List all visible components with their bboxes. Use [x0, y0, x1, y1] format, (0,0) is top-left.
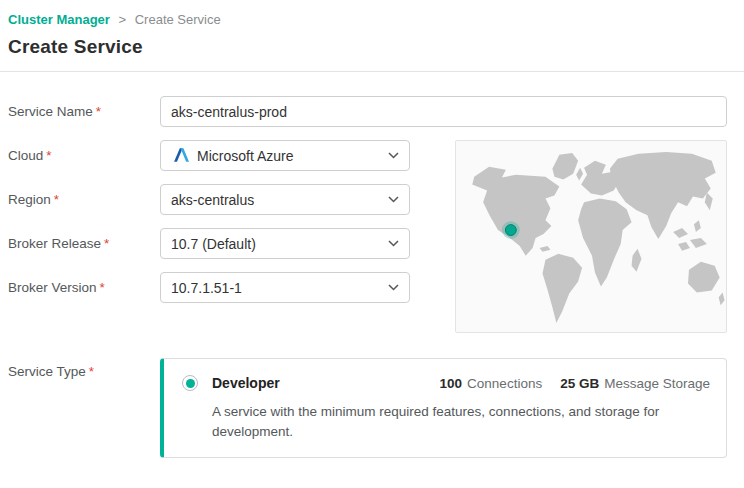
- broker-release-select-value: 10.7 (Default): [171, 236, 256, 252]
- service-name-label: Service Name*: [8, 104, 160, 119]
- broker-release-label-text: Broker Release: [8, 236, 101, 251]
- page-title: Create Service: [8, 36, 727, 58]
- required-asterisk: *: [96, 104, 101, 119]
- region-select[interactable]: aks-centralus: [160, 184, 410, 215]
- developer-radio-selected[interactable]: [182, 375, 198, 391]
- required-asterisk: *: [100, 280, 105, 295]
- broker-version-label-text: Broker Version: [8, 280, 97, 295]
- breadcrumb-create-service: Create Service: [135, 12, 221, 27]
- storage-label: Message Storage: [604, 376, 710, 391]
- cloud-select[interactable]: Microsoft Azure: [160, 140, 410, 171]
- required-asterisk: *: [89, 364, 94, 379]
- chevron-down-icon: [388, 196, 399, 203]
- service-type-label-text: Service Type: [8, 364, 86, 379]
- service-type-card-header: Developer 100Connections 25 GBMessage St…: [182, 375, 710, 391]
- storage-metric: 25 GBMessage Storage: [560, 376, 710, 391]
- required-asterisk: *: [46, 148, 51, 163]
- region-label: Region*: [8, 192, 160, 207]
- world-map: [456, 141, 726, 332]
- region-marker-icon: [502, 221, 520, 239]
- cloud-label: Cloud*: [8, 148, 160, 163]
- storage-value: 25 GB: [560, 376, 599, 391]
- broker-version-select[interactable]: 10.7.1.51-1: [160, 272, 410, 303]
- service-type-card-developer[interactable]: Developer 100Connections 25 GBMessage St…: [160, 358, 727, 458]
- cloud-label-text: Cloud: [8, 148, 43, 163]
- header-divider: [0, 71, 744, 72]
- service-name-row: Service Name*: [8, 96, 727, 127]
- broker-version-select-value: 10.7.1.51-1: [171, 280, 242, 296]
- broker-version-label: Broker Version*: [8, 280, 160, 295]
- connections-label: Connections: [467, 376, 542, 391]
- service-name-label-text: Service Name: [8, 104, 93, 119]
- required-asterisk: *: [54, 192, 59, 207]
- connections-value: 100: [440, 376, 463, 391]
- chevron-down-icon: [388, 240, 399, 247]
- azure-logo-icon: [171, 148, 189, 163]
- service-type-description: A service with the minimum required feat…: [212, 402, 692, 443]
- service-type-name: Developer: [212, 375, 280, 391]
- region-select-value: aks-centralus: [171, 192, 254, 208]
- region-label-text: Region: [8, 192, 51, 207]
- cloud-select-value: Microsoft Azure: [197, 148, 293, 164]
- breadcrumb: Cluster Manager > Create Service: [8, 12, 727, 27]
- required-asterisk: *: [104, 236, 109, 251]
- service-type-row: Service Type* Developer 100Connections 2…: [8, 358, 727, 458]
- service-type-metrics: 100Connections 25 GBMessage Storage: [440, 376, 710, 391]
- breadcrumb-cluster-manager[interactable]: Cluster Manager: [8, 12, 110, 27]
- chevron-down-icon: [388, 284, 399, 291]
- create-service-page: Cluster Manager > Create Service Create …: [0, 0, 744, 458]
- create-service-form: Service Name* Cloud* Microsoft Azure: [8, 96, 727, 458]
- chevron-down-icon: [388, 152, 399, 159]
- connections-metric: 100Connections: [440, 376, 543, 391]
- service-name-input[interactable]: [160, 96, 727, 127]
- breadcrumb-separator: >: [119, 12, 127, 27]
- broker-release-select[interactable]: 10.7 (Default): [160, 228, 410, 259]
- broker-release-label: Broker Release*: [8, 236, 160, 251]
- region-map: [455, 140, 727, 333]
- service-type-label: Service Type*: [8, 358, 160, 379]
